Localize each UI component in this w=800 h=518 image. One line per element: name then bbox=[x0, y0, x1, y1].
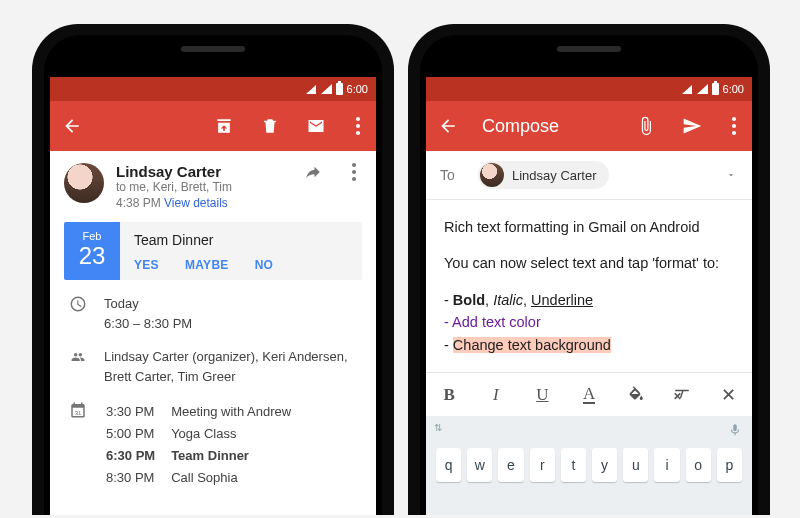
calendar-event-card[interactable]: Feb 23 Team Dinner YES MAYBE NO bbox=[64, 222, 362, 280]
compose-app-bar: Compose bbox=[426, 101, 752, 151]
email-time: 4:38 PM bbox=[116, 196, 161, 210]
agenda-row: 6:30 PMTeam Dinner bbox=[106, 446, 305, 466]
expand-recipients-button[interactable] bbox=[724, 170, 738, 180]
format-close-button[interactable]: ✕ bbox=[705, 373, 752, 416]
event-month: Feb bbox=[64, 230, 120, 242]
wifi-icon bbox=[682, 85, 692, 94]
back-button[interactable] bbox=[436, 114, 460, 138]
body-bullet-2: - Add text color bbox=[444, 311, 734, 333]
reply-button[interactable] bbox=[302, 163, 324, 181]
key-y[interactable]: y bbox=[592, 448, 617, 482]
format-text-color-button[interactable]: A bbox=[566, 373, 613, 416]
clock-icon bbox=[68, 294, 88, 314]
format-fill-color-button[interactable] bbox=[612, 373, 659, 416]
body-bullet-1: - Bold, Italic, Underline bbox=[444, 289, 734, 311]
key-t[interactable]: t bbox=[561, 448, 586, 482]
key-p[interactable]: p bbox=[717, 448, 742, 482]
compose-title: Compose bbox=[482, 116, 612, 137]
format-bold-button[interactable]: B bbox=[426, 373, 473, 416]
chip-avatar bbox=[480, 163, 504, 187]
format-italic-button[interactable]: I bbox=[473, 373, 520, 416]
body-bullet-3: - Change text background bbox=[444, 334, 734, 356]
key-w[interactable]: w bbox=[467, 448, 492, 482]
rsvp-maybe-button[interactable]: MAYBE bbox=[185, 258, 229, 272]
attendees-list: Lindsay Carter (organizer), Keri Anderse… bbox=[104, 347, 362, 386]
status-bar: 6:00 bbox=[426, 77, 752, 101]
body-line-2: You can now select text and tap 'format'… bbox=[444, 252, 734, 274]
status-bar: 6:00 bbox=[50, 77, 376, 101]
keyboard[interactable]: ⇅ qwertyuiop bbox=[426, 416, 752, 515]
calendar-icon: 31 bbox=[68, 400, 88, 420]
compose-body[interactable]: Rich text formatting in Gmail on Android… bbox=[426, 200, 752, 372]
people-icon bbox=[68, 347, 88, 367]
recipients-summary[interactable]: to me, Keri, Brett, Tim bbox=[116, 180, 290, 194]
sender-avatar[interactable] bbox=[64, 163, 104, 203]
screen-email-view: 6:00 Lindsay Carter to me, Keri, Brett, … bbox=[50, 77, 376, 515]
view-details-link[interactable]: View details bbox=[164, 196, 228, 210]
chip-name: Lindsay Carter bbox=[512, 168, 597, 183]
mic-icon[interactable] bbox=[728, 422, 744, 438]
cell-signal-icon bbox=[321, 84, 332, 94]
delete-button[interactable] bbox=[258, 114, 282, 138]
overflow-menu-button[interactable] bbox=[350, 117, 366, 135]
key-u[interactable]: u bbox=[623, 448, 648, 482]
format-underline-button[interactable]: U bbox=[519, 373, 566, 416]
agenda-row: 3:30 PMMeeting with Andrew bbox=[106, 402, 305, 422]
agenda-table: 3:30 PMMeeting with Andrew5:00 PMYoga Cl… bbox=[104, 400, 307, 491]
wifi-icon bbox=[306, 85, 316, 94]
to-field-row[interactable]: To Lindsay Carter bbox=[426, 151, 752, 200]
key-r[interactable]: r bbox=[530, 448, 555, 482]
rsvp-no-button[interactable]: NO bbox=[255, 258, 274, 272]
body-line-1: Rich text formatting in Gmail on Android bbox=[444, 216, 734, 238]
agenda-row: 5:00 PMYoga Class bbox=[106, 424, 305, 444]
mark-unread-button[interactable] bbox=[304, 114, 328, 138]
agenda-row: 8:30 PMCall Sophia bbox=[106, 468, 305, 488]
email-overflow-button[interactable] bbox=[346, 163, 362, 181]
event-date-badge: Feb 23 bbox=[64, 222, 120, 280]
rsvp-yes-button[interactable]: YES bbox=[134, 258, 159, 272]
key-i[interactable]: i bbox=[654, 448, 679, 482]
status-time: 6:00 bbox=[347, 83, 368, 95]
to-label: To bbox=[440, 167, 464, 183]
keyboard-drag-icon: ⇅ bbox=[434, 422, 442, 438]
key-q[interactable]: q bbox=[436, 448, 461, 482]
app-bar bbox=[50, 101, 376, 151]
sender-name: Lindsay Carter bbox=[116, 163, 290, 180]
status-time: 6:00 bbox=[723, 83, 744, 95]
format-clear-button[interactable] bbox=[659, 373, 706, 416]
key-o[interactable]: o bbox=[686, 448, 711, 482]
attach-button[interactable] bbox=[634, 114, 658, 138]
battery-icon bbox=[712, 83, 719, 95]
format-toolbar: B I U A ✕ bbox=[426, 372, 752, 416]
cell-signal-icon bbox=[697, 84, 708, 94]
event-time-detail: Today 6:30 – 8:30 PM bbox=[104, 294, 362, 333]
event-title: Team Dinner bbox=[134, 232, 350, 248]
archive-button[interactable] bbox=[212, 114, 236, 138]
email-header: Lindsay Carter to me, Keri, Brett, Tim 4… bbox=[50, 151, 376, 218]
back-button[interactable] bbox=[60, 114, 84, 138]
key-e[interactable]: e bbox=[498, 448, 523, 482]
overflow-menu-button[interactable] bbox=[726, 117, 742, 135]
phone-right: 6:00 Compose To Lindsay Carter bbox=[408, 24, 770, 515]
recipient-chip[interactable]: Lindsay Carter bbox=[478, 161, 609, 189]
screen-compose: 6:00 Compose To Lindsay Carter bbox=[426, 77, 752, 515]
event-day: 23 bbox=[64, 244, 120, 268]
svg-text:31: 31 bbox=[75, 410, 82, 416]
phone-left: 6:00 Lindsay Carter to me, Keri, Brett, … bbox=[32, 24, 394, 515]
send-button[interactable] bbox=[680, 114, 704, 138]
battery-icon bbox=[336, 83, 343, 95]
